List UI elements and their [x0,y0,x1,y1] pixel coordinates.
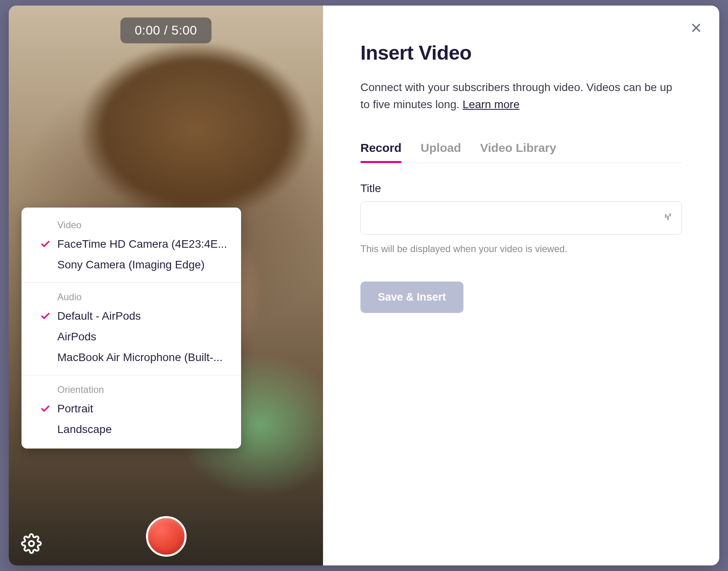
video-device-label: FaceTime HD Camera (4E23:4E... [57,238,227,251]
audio-devices-section: Audio Default - AirPods AirPods MacBook … [21,282,241,373]
tab-record[interactable]: Record [360,141,401,163]
audio-device-option[interactable]: AirPods [21,326,241,347]
modal-title: Insert Video [360,41,682,64]
learn-more-link[interactable]: Learn more [463,98,520,111]
video-device-label: Sony Camera (Imaging Edge) [57,258,204,271]
input-suffix-icon [664,213,672,223]
audio-device-option[interactable]: MacBook Air Microphone (Built-... [21,347,241,368]
video-devices-section: Video FaceTime HD Camera (4E23:4E... Son… [21,216,241,280]
title-helper-text: This will be displayed when your video i… [360,243,682,254]
check-icon [33,311,57,321]
orientation-section: Orientation Portrait Landscape [21,375,241,445]
audio-device-label: MacBook Air Microphone (Built-... [57,351,223,364]
audio-device-label: Default - AirPods [57,310,141,322]
title-input-wrap [360,201,682,235]
video-device-option[interactable]: Sony Camera (Imaging Edge) [21,254,241,275]
svg-rect-5 [670,214,671,216]
device-settings-popover: Video FaceTime HD Camera (4E23:4E... Son… [21,208,241,449]
audio-section-heading: Audio [21,291,241,306]
audio-device-label: AirPods [57,330,96,343]
video-device-option[interactable]: FaceTime HD Camera (4E23:4E... [21,234,241,254]
record-button[interactable] [146,516,187,557]
insert-video-modal: 0:00 / 5:00 Video FaceTime HD Camera (4E… [9,6,719,565]
recording-timer: 0:00 / 5:00 [121,17,212,43]
content-pane: Insert Video Connect with your subscribe… [323,6,719,565]
orientation-label: Landscape [57,423,112,436]
title-input[interactable] [360,201,682,235]
orientation-option[interactable]: Landscape [21,419,241,440]
title-field-label: Title [360,182,682,195]
svg-rect-3 [665,214,667,218]
check-icon [33,404,57,414]
orientation-section-heading: Orientation [21,384,241,398]
tab-video-library[interactable]: Video Library [480,141,556,163]
modal-description: Connect with your subscribers through vi… [360,79,682,113]
tab-upload[interactable]: Upload [420,141,461,163]
video-section-heading: Video [21,219,241,234]
close-icon [689,21,703,35]
settings-gear-button[interactable] [20,532,43,555]
tabs: Record Upload Video Library [360,141,682,163]
orientation-option[interactable]: Portrait [21,398,241,419]
gear-icon [21,533,42,554]
svg-point-0 [29,541,34,546]
audio-device-option[interactable]: Default - AirPods [21,306,241,326]
save-insert-button[interactable]: Save & Insert [360,282,463,313]
close-button[interactable] [688,20,704,36]
orientation-label: Portrait [57,402,93,415]
check-icon [33,239,57,249]
svg-rect-4 [667,216,669,220]
video-preview-pane: 0:00 / 5:00 Video FaceTime HD Camera (4E… [9,6,323,565]
